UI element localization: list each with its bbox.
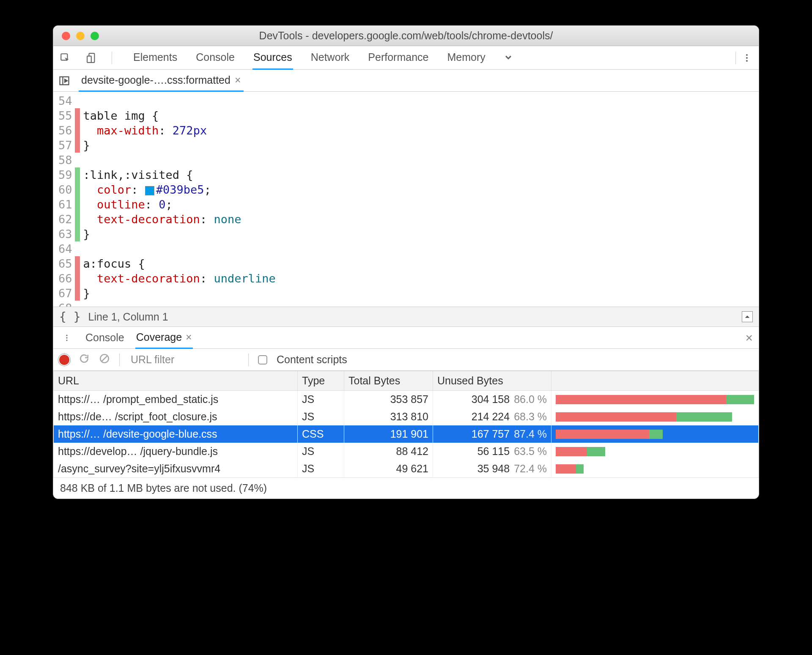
url-filter-input[interactable]: URL filter [129, 353, 239, 367]
file-tab-label: devsite-google-….css:formatted [81, 74, 230, 86]
clear-icon[interactable] [99, 353, 110, 367]
svg-point-9 [66, 340, 67, 341]
col-type[interactable]: Type [298, 371, 344, 391]
window-zoom-button[interactable] [91, 32, 99, 40]
tab-elements[interactable]: Elements [132, 46, 178, 70]
cell-type: JS [298, 443, 344, 460]
code-content[interactable]: table img { max-width: 272px} :link,:vis… [80, 92, 276, 307]
cell-bar [551, 408, 759, 425]
close-file-tab-icon[interactable]: × [235, 74, 241, 86]
svg-point-8 [66, 337, 67, 338]
drawer-tabs-bar: Console Coverage × × [53, 327, 759, 349]
cell-url: https://de… /script_foot_closure.js [54, 408, 298, 425]
svg-point-7 [66, 334, 67, 336]
coverage-row[interactable]: https://… /prompt_embed_static.jsJS353 8… [54, 391, 759, 408]
device-toolbar-icon[interactable] [85, 50, 100, 66]
editor-statusbar: { } Line 1, Column 1 [53, 307, 759, 327]
cell-total: 88 412 [344, 443, 433, 460]
cell-unused: 304 15886.0 % [433, 391, 551, 408]
file-tabs-bar: devsite-google-….css:formatted × [53, 70, 759, 92]
window-close-button[interactable] [62, 32, 70, 40]
window-title: DevTools - developers.google.com/web/too… [53, 30, 759, 42]
file-tab[interactable]: devsite-google-….css:formatted × [79, 70, 244, 92]
tab-memory[interactable]: Memory [446, 46, 486, 70]
col-bar[interactable] [551, 371, 759, 391]
svg-point-4 [746, 57, 748, 59]
cell-type: JS [298, 391, 344, 408]
cell-unused: 167 75787.4 % [433, 425, 551, 443]
close-drawer-icon[interactable]: × [745, 331, 753, 345]
more-tabs-icon[interactable] [501, 50, 516, 66]
traffic-lights [53, 32, 99, 40]
content-scripts-checkbox[interactable] [258, 355, 267, 364]
cell-bar [551, 425, 759, 443]
pretty-print-icon[interactable]: { } [59, 310, 81, 324]
tab-console[interactable]: Console [195, 46, 236, 70]
main-tabs-bar: ElementsConsoleSourcesNetworkPerformance… [53, 46, 759, 70]
drawer-tab-console[interactable]: Console [85, 327, 125, 348]
cell-bar [551, 391, 759, 408]
cell-total: 191 901 [344, 425, 433, 443]
cell-url: https://… /prompt_embed_static.js [54, 391, 298, 408]
inspect-element-icon[interactable] [58, 50, 73, 66]
cell-total: 313 810 [344, 408, 433, 425]
cell-url: https://develop… /jquery-bundle.js [54, 443, 298, 460]
separator [248, 354, 249, 366]
cell-total: 353 857 [344, 391, 433, 408]
cell-unused: 56 11563.5 % [433, 443, 551, 460]
separator [112, 52, 112, 64]
cell-bar [551, 460, 759, 477]
coverage-row[interactable]: https://develop… /jquery-bundle.jsJS88 4… [54, 443, 759, 460]
code-editor[interactable]: 545556575859606162636465666768 table img… [53, 92, 759, 307]
coverage-row[interactable]: https://… /devsite-google-blue.cssCSS191… [54, 425, 759, 443]
reload-icon[interactable] [79, 353, 90, 367]
navigator-toggle-icon[interactable] [57, 73, 72, 88]
tab-network[interactable]: Network [310, 46, 351, 70]
kebab-menu-icon[interactable] [739, 50, 754, 66]
coverage-row[interactable]: https://de… /script_foot_closure.jsJS313… [54, 408, 759, 425]
cell-bar [551, 443, 759, 460]
col-url[interactable]: URL [54, 371, 298, 391]
cell-total: 49 621 [344, 460, 433, 477]
window-minimize-button[interactable] [76, 32, 85, 40]
kebab-menu-icon[interactable] [59, 330, 74, 345]
cursor-position: Line 1, Column 1 [88, 311, 168, 323]
devtools-window: DevTools - developers.google.com/web/too… [53, 25, 759, 499]
svg-rect-2 [87, 56, 91, 62]
cell-type: JS [298, 460, 344, 477]
close-drawer-tab-icon[interactable]: × [186, 331, 192, 343]
svg-point-5 [746, 60, 748, 62]
coverage-gutter [75, 92, 80, 307]
coverage-table: URL Type Total Bytes Unused Bytes https:… [53, 371, 759, 477]
tab-sources[interactable]: Sources [252, 46, 293, 70]
window-titlebar: DevTools - developers.google.com/web/too… [53, 26, 759, 46]
coverage-toolbar: URL filter Content scripts [53, 349, 759, 371]
record-button-icon[interactable] [59, 355, 69, 365]
cell-url: /async_survey?site=ylj5ifxusvvmr4 [54, 460, 298, 477]
col-unused[interactable]: Unused Bytes [433, 371, 551, 391]
coverage-summary: 848 KB of 1.1 MB bytes are not used. (74… [53, 477, 759, 499]
cell-unused: 214 22468.3 % [433, 408, 551, 425]
col-total[interactable]: Total Bytes [344, 371, 433, 391]
drawer-tab-coverage[interactable]: Coverage × [135, 327, 193, 349]
toggle-drawer-icon[interactable] [742, 311, 753, 322]
coverage-row[interactable]: /async_survey?site=ylj5ifxusvvmr4JS49 62… [54, 460, 759, 477]
separator [735, 52, 736, 64]
line-number-gutter: 545556575859606162636465666768 [53, 92, 75, 307]
cell-unused: 35 94872.4 % [433, 460, 551, 477]
cell-type: CSS [298, 425, 344, 443]
cell-url: https://… /devsite-google-blue.css [54, 425, 298, 443]
tab-performance[interactable]: Performance [367, 46, 429, 70]
svg-point-3 [746, 54, 748, 56]
content-scripts-label: Content scripts [277, 354, 347, 366]
cell-type: JS [298, 408, 344, 425]
separator [119, 354, 120, 366]
